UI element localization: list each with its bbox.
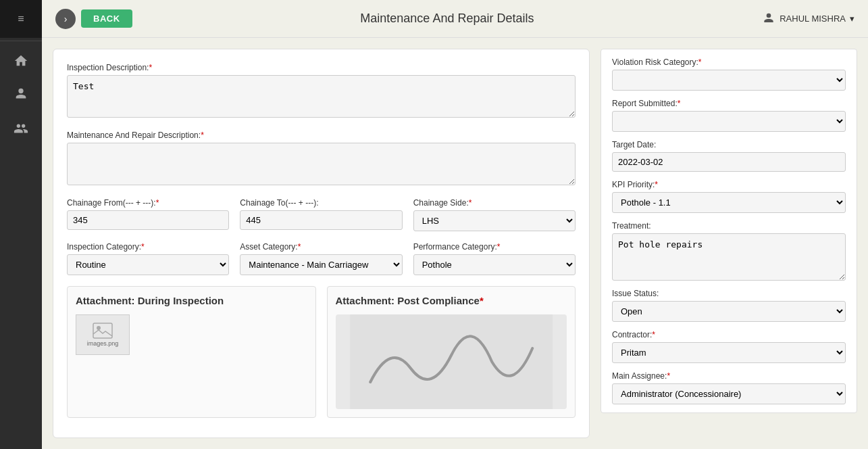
treatment-label: Treatment: — [612, 221, 846, 231]
attachment-post-title: Attachment: Post Compliance* — [336, 295, 567, 306]
content-area: Inspection Description:* Test Maintenanc… — [42, 38, 868, 449]
violation-risk-select[interactable]: Low Medium High — [612, 70, 846, 91]
inspection-description-group: Inspection Description:* Test — [67, 63, 576, 120]
attachment-during-title: Attachment: During Inspection — [76, 295, 307, 306]
main-assignee-select[interactable]: Administrator (Concessionaire) Other — [612, 383, 846, 404]
sidebar-divider — [0, 41, 42, 41]
sidebar-logo: ≡ — [0, 0, 42, 38]
page-title: Maintenance And Repair Details — [132, 11, 763, 26]
chainage-to-label: Chainage To(--- + ---): — [240, 198, 402, 208]
report-submitted-group: Report Submitted:* Yes No — [612, 99, 846, 132]
sidebar: ≡ — [0, 0, 42, 449]
performance-category-select[interactable]: Pothole Cracking Rutting — [413, 254, 576, 275]
report-submitted-select[interactable]: Yes No — [612, 111, 846, 132]
main-assignee-group: Main Assignee:* Administrator (Concessio… — [612, 371, 846, 404]
nav-forward-button[interactable]: › — [55, 9, 76, 29]
performance-category-label: Performance Category:* — [413, 242, 576, 252]
asset-category-select[interactable]: Maintenance - Main Carriagew Other — [240, 254, 402, 275]
header: › BACK Maintenance And Repair Details RA… — [42, 0, 868, 38]
sidebar-item-group[interactable] — [0, 112, 42, 145]
inspection-category-select[interactable]: Routine Emergency Scheduled — [67, 254, 229, 275]
user-icon — [762, 12, 775, 26]
contractor-label: Contractor:* — [612, 330, 846, 339]
issue-status-select[interactable]: Open Closed Pending — [612, 301, 846, 322]
inspection-description-input[interactable]: Test — [67, 75, 576, 118]
inspection-category-label: Inspection Category:* — [67, 242, 229, 252]
treatment-group: Treatment: Pot hole repairs — [612, 221, 846, 281]
asset-category-label: Asset Category:* — [240, 242, 402, 252]
image-icon — [93, 323, 113, 339]
issue-status-group: Issue Status: Open Closed Pending — [612, 289, 846, 322]
right-section: Violation Risk Category:* Low Medium Hig… — [601, 49, 857, 413]
signature-preview — [336, 314, 567, 409]
back-button[interactable]: BACK — [81, 9, 132, 28]
maintenance-description-label: Maintenance And Repair Description:* — [67, 131, 576, 140]
inspection-category-group: Inspection Category:* Routine Emergency … — [67, 242, 229, 275]
attachment-during-filename: images.png — [87, 340, 119, 347]
performance-category-group: Performance Category:* Pothole Cracking … — [413, 242, 576, 275]
svg-rect-0 — [93, 323, 112, 338]
chainage-to-input[interactable]: 445 — [240, 210, 402, 230]
chainage-side-label: Chainage Side:* — [413, 198, 576, 208]
chainage-from-label: Chainage From(--- + ---):* — [67, 198, 229, 208]
kpi-priority-group: KPI Priority:* Pothole - 1.1 Pothole - 1… — [612, 180, 846, 213]
right-panel: Violation Risk Category:* Low Medium Hig… — [601, 49, 857, 438]
sidebar-item-profile[interactable] — [0, 78, 42, 112]
user-menu[interactable]: RAHUL MISHRA ▾ — [762, 12, 854, 26]
contractor-select[interactable]: Pritam Other — [612, 342, 846, 363]
chainage-side-group: Chainage Side:* LHS RHS Both — [413, 198, 576, 231]
user-name: RAHUL MISHRA — [780, 14, 846, 24]
target-date-label: Target Date: — [612, 140, 846, 149]
sidebar-item-home[interactable] — [0, 44, 42, 78]
maintenance-description-group: Maintenance And Repair Description:* — [67, 131, 576, 187]
target-date-group: Target Date: 2022-03-02 — [612, 140, 846, 172]
attachment-during-image[interactable]: images.png — [76, 314, 130, 355]
inspection-description-label: Inspection Description:* — [67, 63, 576, 72]
asset-category-group: Asset Category:* Maintenance - Main Carr… — [240, 242, 402, 275]
category-row: Inspection Category:* Routine Emergency … — [67, 242, 576, 275]
left-panel: Inspection Description:* Test Maintenanc… — [53, 49, 590, 438]
issue-status-label: Issue Status: — [612, 289, 846, 298]
contractor-group: Contractor:* Pritam Other — [612, 330, 846, 363]
attachments-row: Attachment: During Inspection images.png… — [67, 286, 576, 418]
chainage-side-select[interactable]: LHS RHS Both — [413, 210, 576, 231]
svg-rect-2 — [350, 314, 553, 409]
chainage-to-group: Chainage To(--- + ---): 445 — [240, 198, 402, 231]
violation-risk-group: Violation Risk Category:* Low Medium Hig… — [612, 57, 846, 91]
target-date-input[interactable]: 2022-03-02 — [612, 152, 846, 172]
kpi-priority-select[interactable]: Pothole - 1.1 Pothole - 1.2 Pothole - 2.… — [612, 192, 846, 213]
attachment-during-box: Attachment: During Inspection images.png — [67, 286, 316, 418]
chainage-from-group: Chainage From(--- + ---):* 345 — [67, 198, 229, 231]
report-submitted-label: Report Submitted:* — [612, 99, 846, 108]
violation-risk-label: Violation Risk Category:* — [612, 57, 846, 67]
attachment-post-image[interactable] — [336, 314, 567, 409]
chainage-from-input[interactable]: 345 — [67, 210, 229, 230]
treatment-textarea[interactable]: Pot hole repairs — [612, 233, 846, 281]
main-assignee-label: Main Assignee:* — [612, 371, 846, 381]
attachment-post-box: Attachment: Post Compliance* — [327, 286, 576, 418]
main-area: › BACK Maintenance And Repair Details RA… — [42, 0, 868, 449]
kpi-priority-label: KPI Priority:* — [612, 180, 846, 189]
maintenance-description-input[interactable] — [67, 143, 576, 185]
chainage-row: Chainage From(--- + ---):* 345 Chainage … — [67, 198, 576, 231]
user-dropdown-icon: ▾ — [850, 14, 854, 24]
